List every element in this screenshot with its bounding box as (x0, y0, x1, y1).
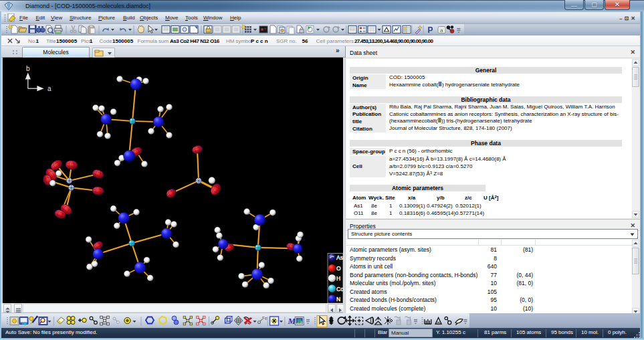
svg-text:a: a (47, 85, 51, 92)
svg-text:Co: Co (336, 286, 343, 292)
svg-text:Fe: Fe (262, 316, 267, 321)
svg-text:O: O (336, 265, 341, 272)
svg-text:a: a (440, 27, 443, 33)
svg-text:b: b (26, 65, 30, 72)
svg-text:As: As (336, 254, 343, 261)
svg-text:P: P (428, 25, 433, 35)
svg-text:N: N (336, 296, 340, 303)
svg-text:H: H (336, 275, 340, 282)
svg-text:M: M (288, 316, 296, 326)
